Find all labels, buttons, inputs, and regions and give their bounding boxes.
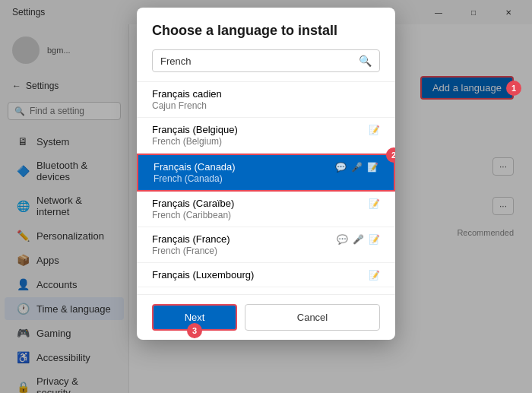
- lang-subtitle: Cajun French: [152, 100, 380, 111]
- lang-icons: 📝: [369, 125, 380, 135]
- lang-name-text: Français (Caraïbe): [152, 198, 234, 209]
- lang-name: Français (France) 💬 🎤 📝: [152, 233, 380, 245]
- lang-name-text: Français (Canada): [154, 161, 236, 173]
- cancel-button[interactable]: Cancel: [245, 304, 380, 331]
- lang-icons: 💬 🎤 📝: [337, 234, 380, 245]
- badge-1: 1: [506, 81, 521, 96]
- lang-name-text: Français (Luxembourg): [152, 269, 254, 280]
- lang-name-text: Français (France): [152, 233, 230, 245]
- lang-name: Français (Belgique) 📝: [152, 124, 380, 135]
- lang-name-text: Français (Belgique): [152, 124, 238, 135]
- list-item[interactable]: Français (Belgique) 📝 French (Belgium): [137, 118, 395, 154]
- lang-name: Français (Caraïbe) 📝: [152, 198, 380, 209]
- language-install-modal: Choose a language to install 🔍 Français …: [137, 8, 395, 340]
- lang-subtitle: French (France): [152, 246, 380, 256]
- modal-search-box[interactable]: 🔍: [152, 49, 380, 72]
- lang-subtitle: French (Canada): [154, 173, 378, 184]
- list-item[interactable]: Français cadien Cajun French: [137, 82, 395, 118]
- modal-search-icon: 🔍: [359, 55, 372, 67]
- mic-icon: 🎤: [353, 234, 364, 245]
- edit-icon: 📝: [369, 270, 380, 280]
- lang-name: Français (Luxembourg) 📝: [152, 269, 380, 280]
- features-section: 💬 Text-to-speech 🎤 Speech recognition ✏️…: [137, 287, 395, 294]
- list-item-selected[interactable]: Français (Canada) 💬 🎤 📝 French (Canada) …: [137, 154, 395, 192]
- modal-title: Choose a language to install: [152, 23, 380, 39]
- lang-name: Français (Canada) 💬 🎤 📝: [154, 161, 378, 173]
- edit-icon: 📝: [369, 198, 380, 209]
- edit-icon: 📝: [369, 125, 380, 135]
- speech-icon: 💬: [337, 234, 348, 245]
- badge-3: 3: [187, 323, 202, 338]
- modal-footer: Next 3 Cancel: [137, 294, 395, 340]
- lang-icons: 📝: [369, 270, 380, 280]
- speech-icon: 💬: [335, 162, 347, 173]
- lang-icons: 💬 🎤 📝: [335, 162, 378, 173]
- language-list: Français cadien Cajun French Français (B…: [137, 81, 395, 294]
- modal-overlay: Choose a language to install 🔍 Français …: [0, 0, 532, 393]
- lang-name: Français cadien: [152, 88, 380, 100]
- edit-icon: 📝: [367, 162, 378, 173]
- mic-icon: 🎤: [351, 162, 363, 173]
- modal-header: Choose a language to install 🔍: [137, 8, 395, 81]
- badge-2: 2: [386, 147, 395, 163]
- lang-subtitle: French (Belgium): [152, 136, 380, 147]
- list-item[interactable]: Français (Caraïbe) 📝 French (Caribbean): [137, 192, 395, 227]
- modal-search-input[interactable]: [160, 55, 354, 67]
- list-item[interactable]: Français (France) 💬 🎤 📝 French (France): [137, 227, 395, 263]
- lang-name-text: Français cadien: [152, 88, 222, 100]
- lang-icons: 📝: [369, 198, 380, 209]
- list-item[interactable]: Français (Luxembourg) 📝: [137, 263, 395, 287]
- lang-subtitle: French (Caribbean): [152, 210, 380, 220]
- edit-icon: 📝: [369, 234, 380, 245]
